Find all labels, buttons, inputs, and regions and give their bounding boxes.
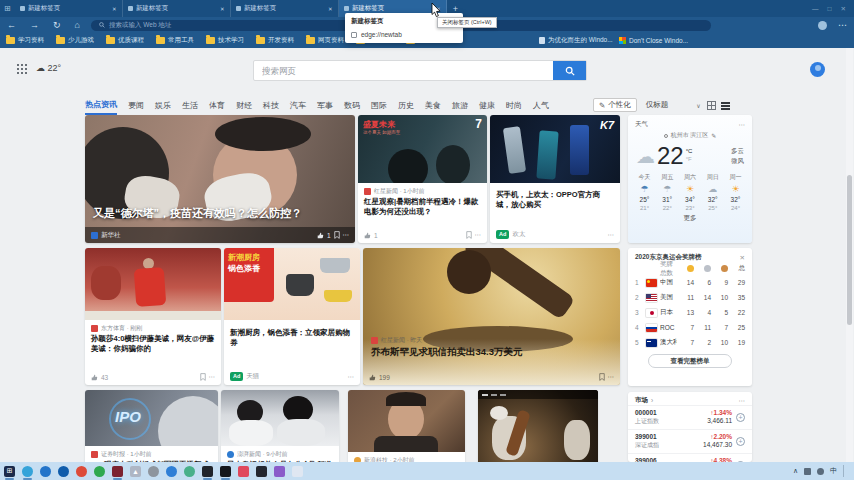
window-maximize-icon[interactable]: □ [828,5,832,13]
stock-row[interactable]: 399006 创业板指 ↑4.38% 3,466.60 + [628,453,752,462]
taskbar-app-icon[interactable] [292,466,303,477]
ad-card-kitchen[interactable]: 新潮厨房 锅色添香 新潮厨房，锅色添香：立领家居购物券 Ad 天猫 ⋯ [224,248,360,385]
weather-location[interactable]: 杭州市 滨江区 [671,131,709,140]
bookmark-icon[interactable] [599,373,605,381]
bookmark-icon[interactable] [466,231,472,239]
weather-more-link[interactable]: 更多 [628,214,752,223]
taskbar-app-icon[interactable] [184,466,195,477]
taskbar-app-icon[interactable] [202,466,213,477]
back-icon[interactable]: ← [0,20,23,30]
bookmark-folder[interactable]: 少儿游戏 [50,36,100,45]
bookmark-folder[interactable]: 优质课程 [100,36,150,45]
taskbar-app-icon[interactable] [40,466,51,477]
taskbar-app-icon[interactable] [166,466,177,477]
medal-row[interactable]: 4 ROC 7 11 7 25 [628,320,752,335]
category-tab[interactable]: 美食 [425,100,441,114]
medal-row[interactable]: 1 中国 14 6 9 29 [628,275,752,290]
ime-indicator[interactable]: 中 [830,466,837,476]
home-icon[interactable]: ⌂ [68,20,87,30]
bookmark-folder[interactable]: 学习资料 [0,36,50,45]
forecast-day[interactable]: 周六 34° 23° [680,173,701,211]
search-button[interactable] [553,61,586,80]
medal-widget[interactable]: 2020东京奥运会奖牌榜 ✕ 奖牌总数 总 1 中国 14 6 9 29 [628,248,752,386]
suggest-item[interactable]: edge://newtab [345,28,463,43]
like-icon[interactable] [91,374,98,381]
window-close-icon[interactable]: ✕ [841,5,846,13]
forecast-day[interactable]: 周五 31° 22° [657,173,678,211]
widget-close-icon[interactable]: ✕ [740,254,745,262]
browser-tab[interactable]: 新建标签页 ✕ [231,0,339,17]
window-minimize-icon[interactable]: — [812,5,819,13]
unit-celsius[interactable]: °C [686,148,693,156]
layout-select[interactable]: 仅标题 [646,100,669,110]
unit-fahrenheit[interactable]: °F [686,156,693,164]
like-icon[interactable] [317,232,324,239]
category-tab[interactable]: 娱乐 [155,100,171,114]
category-tab[interactable]: 汽车 [290,100,306,114]
news-card-jobs[interactable]: 红星新闻 · 昨天 乔布斯罕见求职信拍卖出34.3万美元 199 ⋯ [363,248,620,385]
taskbar-app-icon[interactable] [220,466,231,477]
news-card-movie[interactable]: 盛夏未来 这个夏天 如期而至 7 红星新闻 · 1小时前 红星观察|暑期档前半程… [358,115,487,243]
weather-widget[interactable]: 天气 ⋯ 杭州市 滨江区 ✎ ☁ 22 °C °F 多云 微风 今天 [628,115,752,243]
bookmark-folder[interactable]: 网页资料 [300,36,350,45]
chevron-right-icon[interactable]: › [651,397,653,404]
edit-location-icon[interactable]: ✎ [711,132,716,139]
show-desktop-divider[interactable] [843,465,844,477]
refresh-icon[interactable]: ↻ [46,20,68,30]
profile-icon[interactable] [818,21,827,30]
network-icon[interactable] [804,468,811,475]
more-icon[interactable]: ⋯ [348,373,355,381]
tab-close-icon[interactable]: ✕ [328,6,333,12]
forecast-day[interactable]: 周一 32° 24° [725,173,746,211]
list-view-icon[interactable] [721,101,730,110]
category-tab[interactable]: 人气 [533,100,549,114]
tab-close-icon[interactable]: ✕ [220,6,225,12]
user-avatar[interactable] [810,62,825,77]
settings-menu-icon[interactable]: ⋯ [831,20,854,30]
tab-close-icon[interactable]: ✕ [112,6,117,12]
category-tab[interactable]: 生活 [182,100,198,114]
category-tab[interactable]: 时尚 [506,100,522,114]
apps-grid-icon[interactable] [16,63,27,74]
medal-row[interactable]: 5 澳大利亚 7 2 10 19 [628,335,752,350]
category-tab[interactable]: 科技 [263,100,279,114]
forecast-day[interactable]: 周日 32° 25° [702,173,723,211]
category-tab[interactable]: 体育 [209,100,225,114]
medal-row[interactable]: 2 美国 11 14 10 35 [628,290,752,305]
browser-tab[interactable]: 新建标签页 ✕ [15,0,123,17]
tab-list-icon[interactable]: ⊞ [0,4,15,13]
category-tab[interactable]: 财经 [236,100,252,114]
taskbar-app-icon[interactable] [274,466,285,477]
category-tab[interactable]: 历史 [398,100,414,114]
ad-card-oppo[interactable]: K7 买手机，上欢太：OPPO官方商城，放心购买 Ad 欢太 ⋯ [490,115,620,243]
taskbar-app-icon[interactable]: ▲ [130,466,141,477]
news-card-pingpong[interactable]: 东方体育 · 刚刚 孙颖莎4:0横扫伊藤美诚，网友@伊藤美诚：你妈骗你的 43 … [85,248,221,385]
more-icon[interactable]: ⋯ [475,231,482,239]
taskbar-app-icon[interactable] [256,466,267,477]
bookmark-folder[interactable]: 技术学习 [200,36,250,45]
stock-row[interactable]: 000001 上证指数 ↑1.34% 3,466.11 + [628,405,752,429]
full-standings-button[interactable]: 查看完整榜单 [648,354,732,368]
more-icon[interactable]: ⋯ [343,231,350,239]
medal-row[interactable]: 3 日本 13 4 5 22 [628,305,752,320]
stock-row[interactable]: 399001 深证成指 ↑2.20% 14,467.30 + [628,429,752,453]
grid-view-icon[interactable] [707,101,716,110]
more-icon[interactable]: ⋯ [209,373,216,381]
bookmark-folder[interactable]: 开发资料 [250,36,300,45]
taskbar-app-icon[interactable]: ⊞ [4,466,15,477]
widget-more-icon[interactable]: ⋯ [739,397,746,405]
tray-caret-icon[interactable]: ∧ [793,467,798,475]
mini-weather[interactable]: ☁ 22° [36,63,61,73]
taskbar-app-icon[interactable] [112,466,123,477]
chevron-down-icon[interactable]: ∨ [696,102,700,109]
volume-icon[interactable] [817,468,824,475]
browser-tab[interactable]: 新建标签页 ✕ [123,0,231,17]
add-stock-icon[interactable]: + [736,413,745,422]
search-input[interactable] [254,66,553,76]
personalize-button[interactable]: ✎ 个性化 [593,98,637,112]
forward-icon[interactable]: → [23,20,46,30]
taskbar-app-icon[interactable] [148,466,159,477]
page-scrollbar-thumb[interactable] [847,175,852,325]
category-tab[interactable]: 健康 [479,100,495,114]
forecast-day[interactable]: 今天 25° 21° [634,173,655,211]
